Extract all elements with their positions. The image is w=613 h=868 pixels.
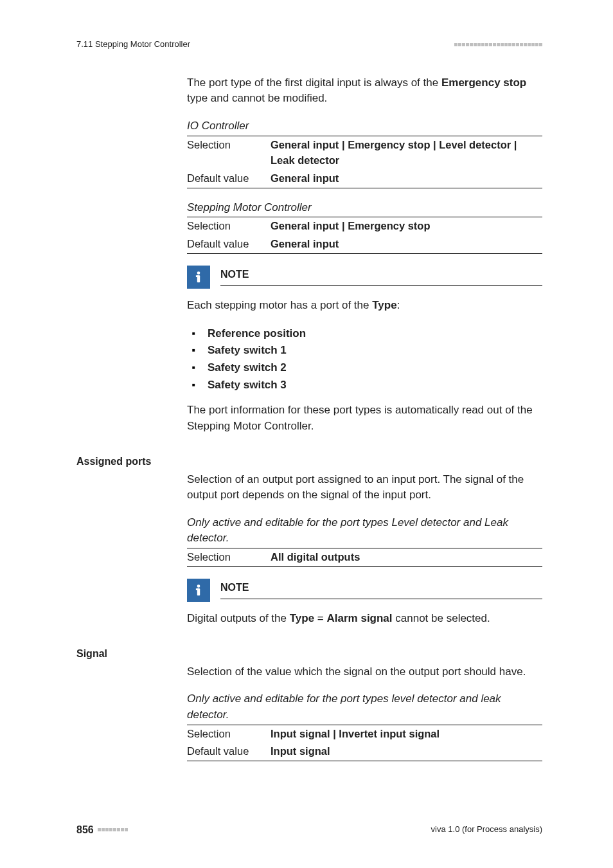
smc-caption: Stepping Motor Controller xyxy=(187,200,542,217)
assigned-ports-heading: Assigned ports xyxy=(76,454,151,469)
note-box: NOTE Each stepping motor has a port of t… xyxy=(187,266,542,434)
io-controller-caption: IO Controller xyxy=(187,118,542,136)
header-decoration xyxy=(454,43,542,46)
selection-value: General input | Emergency stop xyxy=(271,219,542,234)
note2-bold2: Alarm signal xyxy=(327,612,393,624)
selection-label: Selection xyxy=(187,138,271,168)
info-icon xyxy=(187,266,210,289)
list-item: Safety switch 2 xyxy=(201,359,542,377)
selection-label: Selection xyxy=(187,219,271,234)
note-box: NOTE Digital outputs of the Type = Alarm… xyxy=(187,579,542,627)
note2-after: cannot be selected. xyxy=(393,612,490,624)
intro-text-before: The port type of the first digital input… xyxy=(187,77,441,89)
note-title: NOTE xyxy=(220,580,249,597)
note2-before: Digital outputs of the xyxy=(187,612,290,624)
table-row: Default value General input xyxy=(187,235,542,253)
footer-decoration xyxy=(98,828,128,831)
note2-eq: = xyxy=(314,612,326,624)
list-item: Safety switch 3 xyxy=(201,377,542,394)
svg-rect-5 xyxy=(196,588,199,590)
list-item: Reference position xyxy=(201,325,542,343)
page-footer: 856 viva 1.0 (for Process analysis) xyxy=(76,822,542,837)
selection-label: Selection xyxy=(187,727,271,742)
assigned-ports-condition: Only active and editable for the port ty… xyxy=(187,515,542,547)
svg-point-0 xyxy=(197,271,200,275)
list-item: Safety switch 1 xyxy=(201,342,542,359)
assigned-ports-desc: Selection of an output port assigned to … xyxy=(187,472,542,503)
selection-value: All digital outputs xyxy=(271,550,542,565)
table-row: Default value General input xyxy=(187,170,542,188)
note-lead-bold: Type xyxy=(372,299,396,311)
io-controller-table: IO Controller Selection General input | … xyxy=(187,118,542,188)
note-title: NOTE xyxy=(220,267,249,284)
intro-bold: Emergency stop xyxy=(441,77,526,89)
default-value: Input signal xyxy=(271,744,542,759)
table-row: Selection General input | Emergency stop xyxy=(187,217,542,235)
note2-body: Digital outputs of the Type = Alarm sign… xyxy=(187,611,542,627)
page-header: 7.11 Stepping Motor Controller xyxy=(76,39,542,51)
svg-point-3 xyxy=(197,584,200,588)
signal-condition: Only active and editable for the port ty… xyxy=(187,691,542,723)
note-lead-before: Each stepping motor has a port of the xyxy=(187,299,372,311)
svg-rect-2 xyxy=(196,275,199,277)
default-label: Default value xyxy=(187,744,271,759)
intro-text-after: type and cannot be modified. xyxy=(187,92,327,104)
note-trail: The port information for these port type… xyxy=(187,402,542,434)
default-label: Default value xyxy=(187,237,271,252)
section-number: 7.11 Stepping Motor Controller xyxy=(76,39,190,51)
default-value: General input xyxy=(271,237,542,252)
smc-table: Stepping Motor Controller Selection Gene… xyxy=(187,200,542,254)
footer-right-text: viva 1.0 (for Process analysis) xyxy=(431,824,542,836)
note-lead: Each stepping motor has a port of the Ty… xyxy=(187,298,542,314)
page-number: 856 xyxy=(76,822,94,837)
selection-label: Selection xyxy=(187,550,271,565)
table-row: Selection All digital outputs xyxy=(187,548,542,566)
signal-desc: Selection of the value which the signal … xyxy=(187,664,542,680)
note2-bold1: Type xyxy=(290,612,314,624)
signal-heading: Signal xyxy=(76,646,107,661)
table-row: Default value Input signal xyxy=(187,743,542,761)
info-icon xyxy=(187,579,210,602)
default-value: General input xyxy=(271,171,542,186)
table-row: Selection General input | Emergency stop… xyxy=(187,136,542,170)
selection-value: Input signal | Invertet input signal xyxy=(271,727,542,742)
default-label: Default value xyxy=(187,171,271,186)
table-row: Selection Input signal | Invertet input … xyxy=(187,725,542,743)
selection-value: General input | Emergency stop | Level d… xyxy=(271,138,542,168)
intro-paragraph: The port type of the first digital input… xyxy=(187,75,542,107)
port-type-list: Reference position Safety switch 1 Safet… xyxy=(187,325,542,394)
note-lead-after: : xyxy=(397,299,400,311)
